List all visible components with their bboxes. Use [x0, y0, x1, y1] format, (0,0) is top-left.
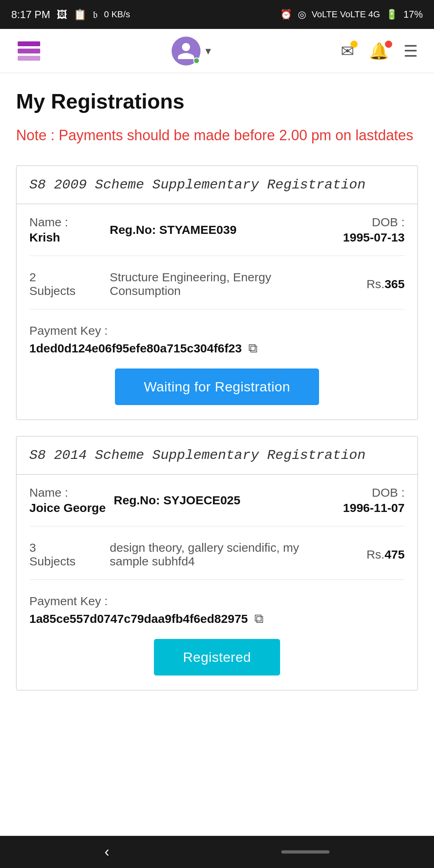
registration-card-1: S8 2009 Scheme Supplementary Registratio…: [16, 166, 418, 420]
copy-icon-1[interactable]: ⧉: [248, 341, 258, 356]
fee-value-1: 365: [385, 277, 405, 291]
card-header-2: S8 2014 Scheme Supplementary Registratio…: [16, 436, 418, 475]
bottom-nav: ‹: [0, 836, 434, 868]
photo-icon: 🖼: [57, 8, 67, 21]
subjects-list-1: Structure Engineering, Energy Consumptio…: [102, 270, 340, 298]
nav-pill: [281, 850, 330, 854]
signal-icon: VoLTE VoLTE 4G: [312, 9, 380, 20]
user-profile-button[interactable]: ▾: [172, 37, 211, 66]
payment-section-1: Payment Key : 1ded0d124e06f95efe80a715c3…: [29, 324, 405, 356]
mail-button[interactable]: ✉: [341, 43, 354, 59]
action-btn-wrapper-2: Registered: [29, 639, 405, 676]
alarm-icon: ⏰: [280, 9, 292, 20]
chevron-down-icon: ▾: [205, 44, 211, 57]
payment-label-2: Payment Key :: [29, 594, 405, 608]
time-display: 8:17 PM: [11, 8, 50, 21]
battery-icon: 🔋: [386, 9, 398, 20]
back-button[interactable]: ‹: [104, 843, 109, 860]
dob-label-1: DOB :: [324, 215, 405, 229]
reg-no-value-1: STYAMEE039: [159, 223, 236, 236]
payment-section-2: Payment Key : 1a85ce557d0747c79daa9fb4f6…: [29, 594, 405, 626]
dob-label-2: DOB :: [324, 486, 405, 500]
svg-rect-2: [18, 56, 40, 61]
subjects-row-1: 2 Subjects Structure Engineering, Energy…: [29, 270, 405, 309]
reg-no-label-1: Reg.No:: [110, 223, 159, 236]
app-logo[interactable]: [16, 38, 42, 64]
name-block-2: Name : Joice George: [29, 486, 106, 515]
card-header-1: S8 2009 Scheme Supplementary Registratio…: [16, 166, 418, 204]
notification-badge: [385, 41, 392, 48]
reg-no-value-2: SYJOECE025: [163, 493, 240, 507]
name-value-1: Krish: [29, 231, 102, 244]
nav-bar: ▾ ✉ 🔔 ☰: [0, 29, 434, 73]
mail-badge: [350, 41, 358, 48]
fee-value-2: 475: [385, 548, 405, 561]
data-speed: 0 KB/s: [104, 9, 130, 20]
dob-value-2: 1996-11-07: [324, 501, 405, 515]
reg-no-label-2: Reg.No:: [114, 493, 163, 507]
name-block-1: Name : Krish: [29, 215, 102, 244]
copy-icon-2[interactable]: ⧉: [254, 611, 264, 626]
main-content: My Registrations Note : Payments should …: [0, 73, 434, 836]
dob-value-1: 1995-07-13: [324, 231, 405, 244]
avatar: [172, 37, 201, 66]
card-body-1: Name : Krish Reg.No: STYAMEE039 DOB : 19…: [16, 204, 418, 420]
note-text: Note : Payments should be made before 2.…: [16, 125, 418, 146]
registered-button[interactable]: Registered: [154, 639, 280, 676]
registration-card-2: S8 2014 Scheme Supplementary Registratio…: [16, 436, 418, 690]
notification-button[interactable]: 🔔: [369, 43, 389, 59]
payment-label-1: Payment Key :: [29, 324, 405, 338]
fee-amount-1: Rs.365: [340, 277, 405, 291]
payment-key-value-2: 1a85ce557d0747c79daa9fb4f6ed82975: [29, 612, 248, 626]
facebook-icon: 📋: [74, 8, 86, 21]
payment-key-row-2: 1a85ce557d0747c79daa9fb4f6ed82975 ⧉: [29, 611, 405, 626]
subjects-count-2: 3 Subjects: [29, 541, 102, 568]
svg-rect-1: [18, 49, 40, 53]
reg-no-block-2: Reg.No: SYJOECE025: [106, 493, 324, 507]
status-time: 8:17 PM 🖼 📋 𝔟 0 KB/s: [11, 8, 130, 21]
fee-amount-2: Rs.475: [340, 548, 405, 561]
battery-percent: 17%: [403, 9, 423, 20]
dob-block-2: DOB : 1996-11-07: [324, 486, 405, 515]
subjects-list-2: design theory, gallery sciendific, my sa…: [102, 541, 340, 568]
subjects-word-2: Subjects: [29, 555, 102, 568]
waiting-registration-button[interactable]: Waiting for Registration: [115, 368, 319, 405]
menu-button[interactable]: ☰: [403, 43, 418, 59]
status-icons: ⏰ ◎ VoLTE VoLTE 4G 🔋 17%: [280, 9, 423, 20]
online-dot: [193, 57, 200, 64]
dob-block-1: DOB : 1995-07-13: [324, 215, 405, 244]
action-btn-wrapper-1: Waiting for Registration: [29, 368, 405, 405]
status-bar: 8:17 PM 🖼 📋 𝔟 0 KB/s ⏰ ◎ VoLTE VoLTE 4G …: [0, 0, 434, 29]
info-row-1: Name : Krish Reg.No: STYAMEE039 DOB : 19…: [29, 215, 405, 256]
page-title: My Registrations: [16, 89, 418, 113]
nav-action-icons: ✉ 🔔 ☰: [341, 43, 418, 59]
payment-key-value-1: 1ded0d124e06f95efe80a715c304f6f23: [29, 342, 242, 355]
card-body-2: Name : Joice George Reg.No: SYJOECE025 D…: [16, 475, 418, 690]
count-value-1: 2: [29, 270, 102, 284]
name-label-1: Name :: [29, 215, 102, 229]
payment-key-row-1: 1ded0d124e06f95efe80a715c304f6f23 ⧉: [29, 341, 405, 356]
reg-no-block-1: Reg.No: STYAMEE039: [102, 223, 324, 237]
info-row-2: Name : Joice George Reg.No: SYJOECE025 D…: [29, 486, 405, 526]
svg-rect-0: [18, 41, 40, 46]
count-value-2: 3: [29, 541, 102, 555]
subjects-word-1: Subjects: [29, 284, 102, 298]
bold-icon: 𝔟: [93, 8, 98, 21]
subjects-row-2: 3 Subjects design theory, gallery sciend…: [29, 541, 405, 580]
name-label-2: Name :: [29, 486, 106, 500]
name-value-2: Joice George: [29, 501, 106, 515]
subjects-count-1: 2 Subjects: [29, 270, 102, 298]
location-icon: ◎: [298, 9, 306, 20]
